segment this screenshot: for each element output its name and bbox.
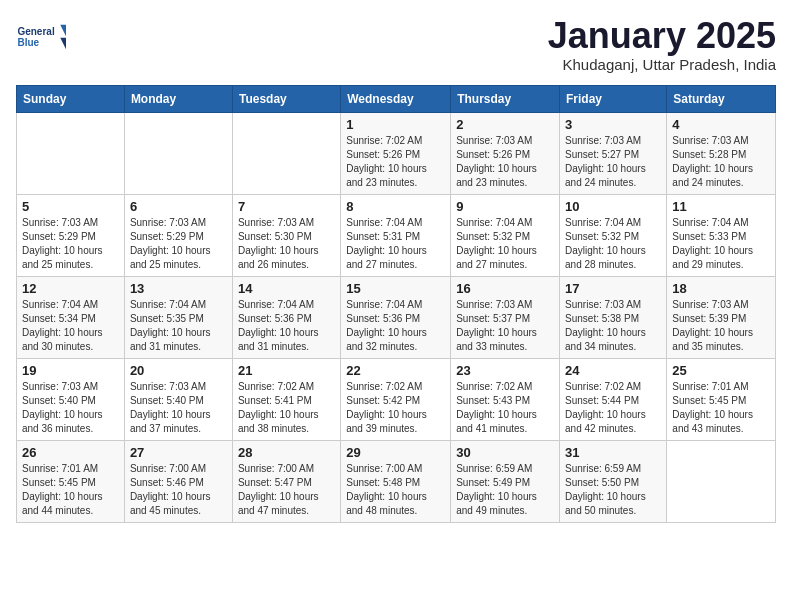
calendar-cell: 25Sunrise: 7:01 AM Sunset: 5:45 PM Dayli… (667, 358, 776, 440)
calendar-cell: 31Sunrise: 6:59 AM Sunset: 5:50 PM Dayli… (560, 440, 667, 522)
day-number: 23 (456, 363, 554, 378)
day-info: Sunrise: 7:04 AM Sunset: 5:35 PM Dayligh… (130, 298, 227, 354)
calendar-cell (232, 112, 340, 194)
day-number: 8 (346, 199, 445, 214)
day-info: Sunrise: 7:01 AM Sunset: 5:45 PM Dayligh… (22, 462, 119, 518)
header-cell-sunday: Sunday (17, 85, 125, 112)
day-number: 22 (346, 363, 445, 378)
calendar-cell: 22Sunrise: 7:02 AM Sunset: 5:42 PM Dayli… (341, 358, 451, 440)
day-number: 4 (672, 117, 770, 132)
calendar-cell: 6Sunrise: 7:03 AM Sunset: 5:29 PM Daylig… (124, 194, 232, 276)
calendar-cell: 11Sunrise: 7:04 AM Sunset: 5:33 PM Dayli… (667, 194, 776, 276)
day-info: Sunrise: 7:04 AM Sunset: 5:32 PM Dayligh… (565, 216, 661, 272)
day-info: Sunrise: 7:00 AM Sunset: 5:48 PM Dayligh… (346, 462, 445, 518)
day-number: 15 (346, 281, 445, 296)
calendar-cell: 8Sunrise: 7:04 AM Sunset: 5:31 PM Daylig… (341, 194, 451, 276)
day-info: Sunrise: 7:03 AM Sunset: 5:37 PM Dayligh… (456, 298, 554, 354)
logo: General Blue (16, 16, 66, 58)
calendar-cell: 2Sunrise: 7:03 AM Sunset: 5:26 PM Daylig… (451, 112, 560, 194)
day-number: 17 (565, 281, 661, 296)
page-header: General Blue January 2025 Khudaganj, Utt… (16, 16, 776, 73)
day-info: Sunrise: 7:02 AM Sunset: 5:41 PM Dayligh… (238, 380, 335, 436)
calendar-cell: 3Sunrise: 7:03 AM Sunset: 5:27 PM Daylig… (560, 112, 667, 194)
day-info: Sunrise: 7:03 AM Sunset: 5:26 PM Dayligh… (456, 134, 554, 190)
logo-svg: General Blue (16, 16, 66, 58)
header-cell-tuesday: Tuesday (232, 85, 340, 112)
day-number: 13 (130, 281, 227, 296)
day-info: Sunrise: 7:03 AM Sunset: 5:40 PM Dayligh… (22, 380, 119, 436)
month-title: January 2025 (548, 16, 776, 56)
calendar-cell: 29Sunrise: 7:00 AM Sunset: 5:48 PM Dayli… (341, 440, 451, 522)
day-number: 19 (22, 363, 119, 378)
day-number: 24 (565, 363, 661, 378)
day-info: Sunrise: 7:03 AM Sunset: 5:28 PM Dayligh… (672, 134, 770, 190)
calendar-cell: 24Sunrise: 7:02 AM Sunset: 5:44 PM Dayli… (560, 358, 667, 440)
header-cell-friday: Friday (560, 85, 667, 112)
header-row: SundayMondayTuesdayWednesdayThursdayFrid… (17, 85, 776, 112)
calendar-cell: 5Sunrise: 7:03 AM Sunset: 5:29 PM Daylig… (17, 194, 125, 276)
day-info: Sunrise: 7:04 AM Sunset: 5:32 PM Dayligh… (456, 216, 554, 272)
location-subtitle: Khudaganj, Uttar Pradesh, India (548, 56, 776, 73)
day-number: 28 (238, 445, 335, 460)
day-number: 2 (456, 117, 554, 132)
calendar-cell: 19Sunrise: 7:03 AM Sunset: 5:40 PM Dayli… (17, 358, 125, 440)
title-block: January 2025 Khudaganj, Uttar Pradesh, I… (548, 16, 776, 73)
calendar-cell: 27Sunrise: 7:00 AM Sunset: 5:46 PM Dayli… (124, 440, 232, 522)
day-info: Sunrise: 7:04 AM Sunset: 5:36 PM Dayligh… (346, 298, 445, 354)
day-number: 27 (130, 445, 227, 460)
day-number: 29 (346, 445, 445, 460)
calendar-cell: 20Sunrise: 7:03 AM Sunset: 5:40 PM Dayli… (124, 358, 232, 440)
day-info: Sunrise: 7:04 AM Sunset: 5:33 PM Dayligh… (672, 216, 770, 272)
day-number: 26 (22, 445, 119, 460)
day-info: Sunrise: 7:03 AM Sunset: 5:29 PM Dayligh… (130, 216, 227, 272)
day-number: 6 (130, 199, 227, 214)
day-number: 10 (565, 199, 661, 214)
day-info: Sunrise: 7:03 AM Sunset: 5:40 PM Dayligh… (130, 380, 227, 436)
calendar-cell: 4Sunrise: 7:03 AM Sunset: 5:28 PM Daylig… (667, 112, 776, 194)
week-row-2: 5Sunrise: 7:03 AM Sunset: 5:29 PM Daylig… (17, 194, 776, 276)
day-number: 9 (456, 199, 554, 214)
week-row-1: 1Sunrise: 7:02 AM Sunset: 5:26 PM Daylig… (17, 112, 776, 194)
calendar-cell: 15Sunrise: 7:04 AM Sunset: 5:36 PM Dayli… (341, 276, 451, 358)
day-info: Sunrise: 7:02 AM Sunset: 5:44 PM Dayligh… (565, 380, 661, 436)
day-number: 16 (456, 281, 554, 296)
day-number: 31 (565, 445, 661, 460)
day-info: Sunrise: 7:00 AM Sunset: 5:46 PM Dayligh… (130, 462, 227, 518)
day-number: 3 (565, 117, 661, 132)
day-number: 14 (238, 281, 335, 296)
day-info: Sunrise: 7:03 AM Sunset: 5:29 PM Dayligh… (22, 216, 119, 272)
week-row-5: 26Sunrise: 7:01 AM Sunset: 5:45 PM Dayli… (17, 440, 776, 522)
header-cell-wednesday: Wednesday (341, 85, 451, 112)
calendar-cell: 9Sunrise: 7:04 AM Sunset: 5:32 PM Daylig… (451, 194, 560, 276)
svg-marker-3 (60, 38, 66, 49)
calendar-cell: 21Sunrise: 7:02 AM Sunset: 5:41 PM Dayli… (232, 358, 340, 440)
day-number: 20 (130, 363, 227, 378)
day-number: 7 (238, 199, 335, 214)
calendar-cell (124, 112, 232, 194)
calendar-cell (667, 440, 776, 522)
calendar-cell: 12Sunrise: 7:04 AM Sunset: 5:34 PM Dayli… (17, 276, 125, 358)
day-info: Sunrise: 7:03 AM Sunset: 5:39 PM Dayligh… (672, 298, 770, 354)
calendar-cell: 13Sunrise: 7:04 AM Sunset: 5:35 PM Dayli… (124, 276, 232, 358)
header-cell-thursday: Thursday (451, 85, 560, 112)
calendar-cell: 23Sunrise: 7:02 AM Sunset: 5:43 PM Dayli… (451, 358, 560, 440)
calendar-cell: 26Sunrise: 7:01 AM Sunset: 5:45 PM Dayli… (17, 440, 125, 522)
day-info: Sunrise: 7:03 AM Sunset: 5:30 PM Dayligh… (238, 216, 335, 272)
day-info: Sunrise: 7:02 AM Sunset: 5:26 PM Dayligh… (346, 134, 445, 190)
calendar-cell: 16Sunrise: 7:03 AM Sunset: 5:37 PM Dayli… (451, 276, 560, 358)
calendar-cell: 7Sunrise: 7:03 AM Sunset: 5:30 PM Daylig… (232, 194, 340, 276)
day-info: Sunrise: 7:01 AM Sunset: 5:45 PM Dayligh… (672, 380, 770, 436)
day-info: Sunrise: 7:04 AM Sunset: 5:31 PM Dayligh… (346, 216, 445, 272)
day-info: Sunrise: 7:02 AM Sunset: 5:42 PM Dayligh… (346, 380, 445, 436)
day-info: Sunrise: 7:03 AM Sunset: 5:38 PM Dayligh… (565, 298, 661, 354)
day-info: Sunrise: 6:59 AM Sunset: 5:50 PM Dayligh… (565, 462, 661, 518)
day-info: Sunrise: 7:04 AM Sunset: 5:36 PM Dayligh… (238, 298, 335, 354)
day-info: Sunrise: 6:59 AM Sunset: 5:49 PM Dayligh… (456, 462, 554, 518)
day-info: Sunrise: 7:03 AM Sunset: 5:27 PM Dayligh… (565, 134, 661, 190)
header-cell-saturday: Saturday (667, 85, 776, 112)
header-cell-monday: Monday (124, 85, 232, 112)
calendar-cell: 18Sunrise: 7:03 AM Sunset: 5:39 PM Dayli… (667, 276, 776, 358)
day-number: 18 (672, 281, 770, 296)
calendar-cell: 28Sunrise: 7:00 AM Sunset: 5:47 PM Dayli… (232, 440, 340, 522)
day-info: Sunrise: 7:04 AM Sunset: 5:34 PM Dayligh… (22, 298, 119, 354)
